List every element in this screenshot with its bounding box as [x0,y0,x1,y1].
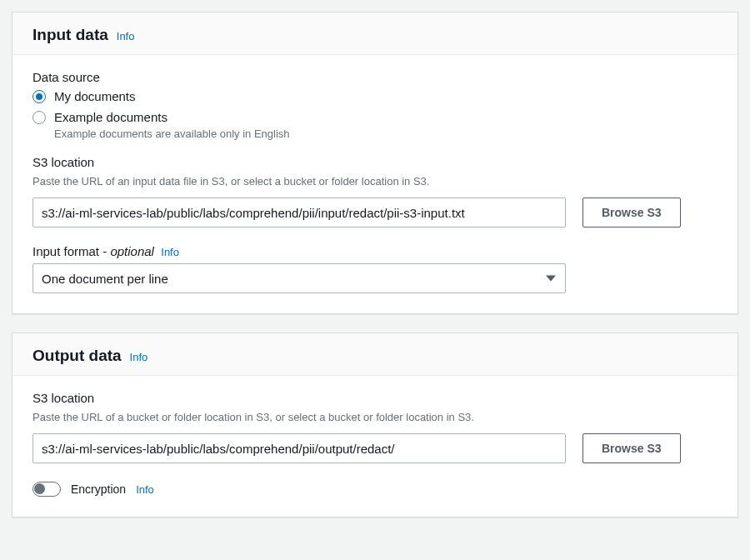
input-s3-location-input[interactable] [32,198,566,228]
radio-example-documents-label: Example documents [54,110,168,124]
output-s3-location-input[interactable] [32,433,566,463]
output-panel-title: Output data [32,347,122,365]
output-panel-header: Output data Info [12,333,738,376]
input-format-label-text: Input format - [32,244,110,258]
radio-my-documents-label: My documents [54,89,136,103]
output-data-panel: Output data Info S3 location Paste the U… [12,332,738,518]
encryption-info-link[interactable]: Info [136,483,154,496]
chevron-down-icon [546,276,556,282]
input-info-link[interactable]: Info [117,30,135,42]
input-s3-label: S3 location [32,155,718,169]
input-format-value: One document per line [42,272,168,286]
encryption-label: Encryption [71,482,126,496]
radio-icon [32,90,46,103]
input-format-info-link[interactable]: Info [161,246,179,258]
radio-my-documents[interactable]: My documents [32,89,718,103]
data-source-label: Data source [32,70,718,84]
radio-example-documents[interactable]: Example documents [32,110,718,124]
input-browse-s3-button[interactable]: Browse S3 [582,198,681,228]
example-docs-hint: Example documents are available only in … [54,128,718,140]
input-s3-desc: Paste the URL of an input data file in S… [32,174,718,189]
output-s3-desc: Paste the URL of a bucket or folder loca… [32,410,718,425]
data-source-radio-group: My documents Example documents Example d… [32,89,718,140]
input-format-select[interactable]: One document per line [32,263,566,293]
output-s3-label: S3 location [32,391,718,405]
radio-icon [32,111,46,124]
encryption-toggle[interactable] [32,482,61,497]
output-info-link[interactable]: Info [130,351,148,363]
input-format-label: Input format - optional Info [32,244,718,258]
output-browse-s3-button[interactable]: Browse S3 [582,433,681,463]
input-format-optional: optional [110,244,154,258]
input-panel-header: Input data Info [12,12,738,55]
input-data-panel: Input data Info Data source My documents… [12,12,738,314]
input-panel-title: Input data [32,26,108,44]
